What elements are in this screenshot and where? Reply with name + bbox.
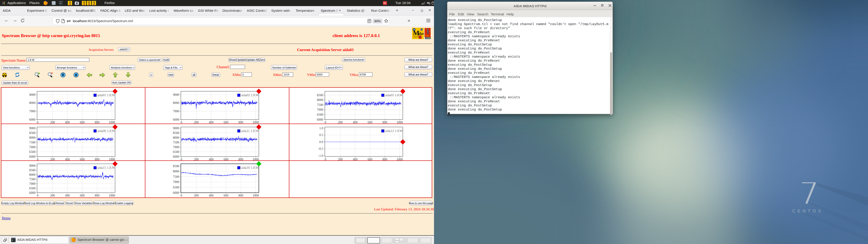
svg-text:7000: 7000 [29,146,35,149]
svg-text:9000: 9000 [29,126,35,130]
svg-text:aida05 1.8.W: aida05 1.8.W [385,93,403,97]
svg-text:7500: 7500 [29,141,35,144]
svg-text:6500: 6500 [317,113,323,116]
svg-text:6000: 6000 [173,155,179,158]
svg-text:aida15 1.8.W: aida15 1.8.W [97,166,115,170]
svg-text:7500: 7500 [317,103,323,106]
svg-text:800: 800 [382,158,387,161]
svg-text:0: 0 [181,121,182,124]
svg-text:aida02 1.8.W: aida02 1.8.W [241,93,259,97]
svg-text:8000: 8000 [173,101,179,104]
svg-text:200: 200 [194,158,199,161]
svg-text:1000: 1000 [397,121,403,124]
svg-text:aida06 1.8.W: aida06 1.8.W [97,129,115,133]
svg-text:800: 800 [382,121,387,124]
svg-text:8500: 8500 [317,94,323,97]
svg-text:0: 0 [181,194,182,197]
svg-text:6000: 6000 [29,155,35,158]
svg-text:aida01 1.8.W: aida01 1.8.W [97,93,115,97]
svg-text:6500: 6500 [173,186,179,189]
svg-text:CENTOS: CENTOS [792,209,823,213]
svg-text:600: 600 [368,121,372,124]
svg-text:0: 0 [37,194,38,197]
svg-text:400: 400 [65,194,70,197]
svg-text:800: 800 [95,121,99,124]
svg-text:0: 0 [324,121,326,124]
svg-text:1000: 1000 [252,158,259,161]
svg-text:600: 600 [80,158,85,161]
svg-text:400: 400 [209,194,214,197]
svg-text:7000: 7000 [29,110,35,113]
svg-text:7500: 7500 [29,178,35,181]
svg-text:8000: 8000 [173,136,179,140]
svg-text:aida16 1.8.W: aida16 1.8.W [241,166,259,170]
svg-text:1000: 1000 [109,121,115,124]
svg-text:200: 200 [50,194,55,197]
svg-text:200: 200 [50,121,55,124]
svg-text:200: 200 [338,121,343,124]
svg-text:600: 600 [223,121,228,124]
svg-text:800: 800 [95,158,99,161]
svg-text:8000: 8000 [317,98,323,102]
svg-text:800: 800 [239,158,243,161]
svg-text:6000: 6000 [29,118,35,121]
svg-text:6500: 6500 [29,187,35,190]
svg-text:6000: 6000 [29,191,35,194]
svg-text:7000: 7000 [317,108,323,111]
svg-text:600: 600 [223,194,228,197]
svg-text:400: 400 [209,158,214,161]
svg-text:0: 0 [324,158,326,161]
svg-text:1000: 1000 [252,194,259,197]
svg-text:aida12 1.8.W: aida12 1.8.W [385,129,403,133]
svg-text:0: 0 [37,121,38,124]
svg-text:7000: 7000 [173,180,179,184]
svg-text:-1.0: -1.0 [318,154,323,157]
svg-text:9000: 9000 [29,164,35,167]
svg-text:0.5: 0.5 [319,133,323,137]
svg-text:1000: 1000 [397,158,403,161]
svg-text:9000: 9000 [173,93,179,96]
svg-text:6000: 6000 [173,118,179,121]
svg-text:600: 600 [80,121,85,124]
svg-text:8000: 8000 [173,170,179,173]
svg-text:8500: 8500 [29,131,35,135]
svg-text:200: 200 [50,158,55,161]
svg-text:9000: 9000 [173,126,179,130]
svg-text:-0.5: -0.5 [318,147,323,150]
svg-text:200: 200 [194,121,199,124]
svg-text:8000: 8000 [29,173,35,177]
svg-text:8500: 8500 [29,169,35,172]
svg-text:7500: 7500 [173,175,179,179]
svg-text:0.0: 0.0 [319,140,323,144]
svg-text:400: 400 [209,121,214,124]
svg-text:0: 0 [181,158,182,161]
svg-text:8000: 8000 [29,101,35,104]
svg-text:8500: 8500 [173,164,179,168]
svg-text:6000: 6000 [173,191,179,194]
svg-text:7500: 7500 [173,141,179,144]
svg-text:8000: 8000 [29,136,35,140]
svg-text:6500: 6500 [173,150,179,154]
svg-text:8500: 8500 [173,131,179,135]
svg-text:7000: 7000 [173,110,179,113]
svg-text:6000: 6000 [317,118,323,121]
svg-text:0: 0 [37,158,38,161]
svg-text:800: 800 [95,194,99,197]
svg-text:aida11 1.8.W: aida11 1.8.W [241,129,258,133]
svg-text:9000: 9000 [29,93,35,96]
svg-text:7000: 7000 [173,146,179,149]
svg-text:400: 400 [353,121,358,124]
svg-text:6500: 6500 [29,150,35,154]
svg-text:600: 600 [223,158,228,161]
svg-text:600: 600 [80,194,85,197]
svg-text:200: 200 [338,158,343,161]
svg-text:1000: 1000 [109,194,115,197]
svg-text:1000: 1000 [109,158,115,161]
svg-text:400: 400 [353,158,358,161]
svg-text:800: 800 [239,121,243,124]
svg-text:800: 800 [239,194,243,197]
svg-text:400: 400 [65,158,70,161]
svg-text:400: 400 [65,121,70,124]
svg-text:600: 600 [368,158,372,161]
svg-text:1000: 1000 [252,121,259,124]
